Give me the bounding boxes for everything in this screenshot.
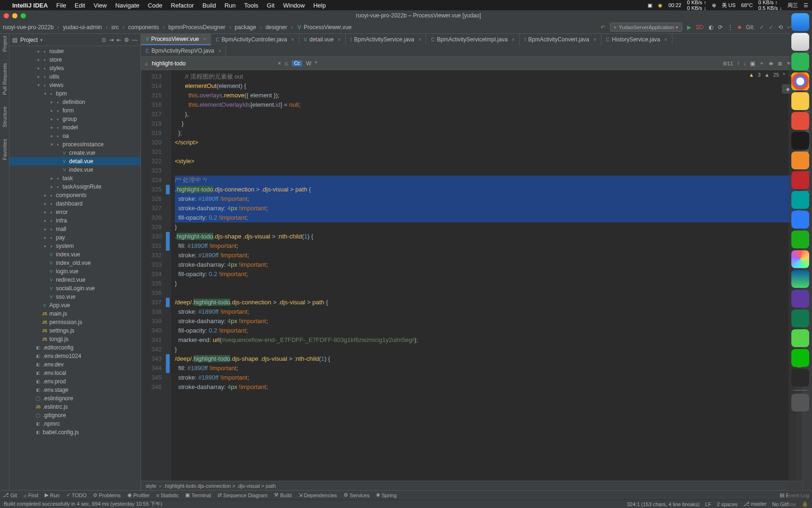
- tree-row[interactable]: JStongji.js: [9, 335, 141, 343]
- tree-row[interactable]: ▸▪styles: [9, 64, 141, 72]
- profile-button[interactable]: ⟳: [718, 24, 723, 31]
- line-separator[interactable]: LF: [705, 501, 711, 507]
- tree-row[interactable]: Vindex.vue: [9, 250, 141, 259]
- tree-row[interactable]: ▸▪group: [9, 115, 141, 123]
- dock-app-conic[interactable]: [791, 250, 809, 268]
- dock-app-orange[interactable]: [791, 151, 809, 169]
- bt-build[interactable]: ⚒ Build: [274, 492, 291, 498]
- tree-row[interactable]: ▾▪processInstance: [9, 140, 141, 149]
- tree-row[interactable]: JSmain.js: [9, 310, 141, 318]
- tree-row[interactable]: ▸▪oa: [9, 132, 141, 140]
- tree-row[interactable]: Vindex.vue: [9, 166, 141, 174]
- tree-row[interactable]: JSsettings.js: [9, 326, 141, 335]
- settings-icon[interactable]: ⚙: [124, 37, 129, 43]
- close-tab-icon[interactable]: ×: [203, 37, 206, 42]
- editor-breadcrumbs[interactable]: style › .highlight-todo.djs-connection >…: [141, 481, 803, 490]
- line-number-gutter[interactable]: 3133143153163173183193203213223233243253…: [141, 70, 164, 481]
- tree-row[interactable]: ▸▪utils: [9, 72, 141, 81]
- tree-row[interactable]: ▸▪components: [9, 191, 141, 199]
- bt-problems[interactable]: ⊘ Problems: [93, 492, 120, 498]
- tree-row[interactable]: ▸▪mall: [9, 225, 141, 233]
- app-name[interactable]: IntelliJ IDEA: [12, 2, 48, 9]
- clear-search-icon[interactable]: ×: [278, 60, 281, 67]
- bt-profiler[interactable]: ◉ Profiler: [127, 492, 150, 498]
- add-selection-icon[interactable]: ＋: [759, 59, 765, 67]
- menu-git[interactable]: Git: [267, 2, 275, 9]
- dock-app-darkgreen[interactable]: [791, 310, 809, 327]
- tree-row[interactable]: ▸▪dashboard: [9, 199, 141, 208]
- tree-row[interactable]: Vcreate.vue: [9, 149, 141, 157]
- breadcrumbs[interactable]: ruoyi-vue-pro-2022b›yudao-ui-admin›src›c…: [2, 24, 352, 31]
- clock[interactable]: 00:22: [668, 2, 681, 8]
- git-update-icon[interactable]: ✓: [759, 24, 764, 31]
- editor-tab[interactable]: CHistoryService.java×: [601, 34, 672, 45]
- tree-row[interactable]: ◧.env.stage: [9, 386, 141, 394]
- dock-app-teal[interactable]: [791, 191, 809, 209]
- close-tab-icon[interactable]: ×: [338, 37, 341, 42]
- menu-window[interactable]: Window: [283, 2, 304, 9]
- editor-tab[interactable]: VProcessViewer.vue×: [141, 34, 211, 45]
- tool-favorites[interactable]: Favorites: [2, 139, 8, 160]
- dock-app-black[interactable]: [791, 132, 809, 150]
- dock-app-finder[interactable]: [791, 13, 809, 31]
- bt-statistic[interactable]: ≡ Statistic: [156, 492, 179, 498]
- menu-refactor[interactable]: Refactor: [171, 2, 194, 9]
- bt-services[interactable]: ⚙ Services: [344, 492, 369, 498]
- filter2-icon[interactable]: ≣: [778, 60, 782, 67]
- back-icon[interactable]: ↶: [601, 24, 605, 31]
- git-branch[interactable]: ⎇ master: [743, 501, 767, 507]
- editor-tab[interactable]: Vdetail.vue×: [299, 34, 346, 45]
- git-history-icon[interactable]: ⟲: [778, 24, 783, 31]
- tree-row[interactable]: ▸▪form: [9, 106, 141, 115]
- tree-row[interactable]: ▸▪task: [9, 174, 141, 183]
- tree-row[interactable]: ◧.editorconfig: [9, 343, 141, 352]
- project-view-icon[interactable]: ▤: [12, 37, 17, 43]
- project-tree[interactable]: ▸▪router▸▪store▸▪styles▸▪utils▾▪views▾▪b…: [9, 46, 141, 490]
- tree-row[interactable]: ▸▪system: [9, 242, 141, 250]
- tree-row[interactable]: ▸▪error: [9, 208, 141, 216]
- close-window-button[interactable]: [4, 13, 9, 18]
- tree-row[interactable]: Vsso.vue: [9, 293, 141, 301]
- search-input[interactable]: highlight-todo: [152, 60, 274, 67]
- tree-row[interactable]: ◧.env.demo1024: [9, 352, 141, 360]
- dock-app-trash[interactable]: [791, 394, 809, 412]
- caret-position[interactable]: 324:1 (153 chars, 4 line breaks): [627, 501, 700, 507]
- git-commit-icon[interactable]: ✓: [769, 24, 773, 31]
- menu-tools[interactable]: Tools: [244, 2, 258, 9]
- close-tab-icon[interactable]: ×: [593, 37, 596, 42]
- bt-dependencies[interactable]: ⇲ Dependencies: [298, 492, 337, 498]
- tree-row[interactable]: VsocialLogin.vue: [9, 284, 141, 293]
- tool-project[interactable]: Project: [2, 36, 8, 52]
- menu-code[interactable]: Code: [148, 2, 162, 9]
- match-case-toggle[interactable]: Cc: [292, 60, 302, 66]
- tree-row[interactable]: ▸▪store: [9, 56, 141, 64]
- spotlight-icon[interactable]: ⊕: [712, 2, 716, 8]
- tree-row[interactable]: ◧.env.local: [9, 369, 141, 377]
- dock-app-green[interactable]: [791, 53, 809, 71]
- dock-app-blue[interactable]: [791, 211, 809, 229]
- control-center-icon[interactable]: ☰: [804, 2, 808, 8]
- close-tab-icon[interactable]: ×: [419, 37, 422, 42]
- tree-row[interactable]: ◧.env.prod: [9, 377, 141, 386]
- select-opened-file-icon[interactable]: ⊙: [102, 37, 106, 43]
- dock-app-yellow[interactable]: [791, 92, 809, 110]
- tree-row[interactable]: ▸▪taskAssignRule: [9, 183, 141, 191]
- attach-button[interactable]: ⋮: [727, 24, 733, 31]
- prev-occurrence-icon[interactable]: ⎌: [285, 60, 288, 67]
- indent-info[interactable]: 2 spaces: [717, 501, 738, 507]
- menu-view[interactable]: View: [94, 2, 107, 9]
- close-tab-icon[interactable]: ×: [664, 37, 667, 42]
- dock-app-wechat[interactable]: [791, 349, 809, 367]
- filter-icon[interactable]: ⩩: [768, 60, 774, 67]
- hide-icon[interactable]: —: [132, 37, 138, 43]
- bt-sequence[interactable]: ⇄ Sequence Diagram: [218, 492, 267, 498]
- dock-app-purple[interactable]: [791, 290, 809, 308]
- menu-edit[interactable]: Edit: [75, 2, 85, 9]
- tree-row[interactable]: ▾▪views: [9, 81, 141, 89]
- tree-row[interactable]: JSpermission.js: [9, 318, 141, 326]
- gutter-marks[interactable]: [164, 70, 171, 481]
- dock-app-dark[interactable]: [791, 369, 809, 387]
- dock-app-darkred[interactable]: [791, 171, 809, 189]
- expand-all-icon[interactable]: ⇥: [109, 37, 114, 43]
- tree-row[interactable]: JS.eslintrc.js: [9, 403, 141, 411]
